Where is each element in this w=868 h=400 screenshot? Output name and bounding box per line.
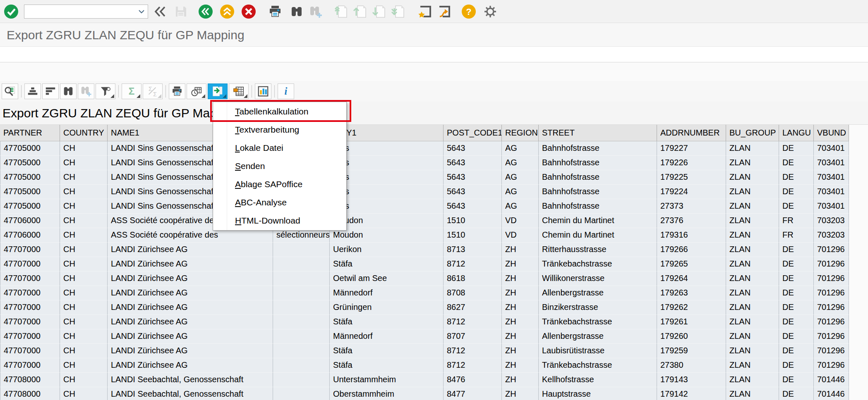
cell-addrnumber[interactable]: 27373 bbox=[657, 199, 726, 214]
cell-name1[interactable]: LANDI Zürichsee AG bbox=[108, 344, 273, 358]
column-header[interactable]: COUNTRY bbox=[60, 125, 108, 141]
column-header[interactable]: BU_GROUP bbox=[726, 125, 779, 141]
new-session-button[interactable] bbox=[417, 4, 433, 19]
create-shortcut-button[interactable] bbox=[436, 4, 452, 19]
cell-city1[interactable]: Stäfa bbox=[330, 344, 444, 358]
cell-region[interactable]: ZH bbox=[502, 300, 539, 315]
column-header[interactable]: CITY1 bbox=[330, 125, 444, 141]
cell-addrnumber[interactable]: 179263 bbox=[657, 286, 726, 300]
cell-city1[interactable]: Moudon bbox=[330, 228, 444, 243]
cell-langu[interactable]: FR bbox=[779, 228, 814, 243]
cell-langu[interactable]: DE bbox=[779, 141, 814, 156]
menu-item[interactable]: Senden bbox=[213, 157, 346, 175]
cell-addrnumber[interactable]: 179262 bbox=[657, 300, 726, 315]
menu-item[interactable]: Textverarbeitung bbox=[213, 121, 346, 139]
cell-post-code1[interactable]: 8477 bbox=[444, 387, 502, 400]
menu-item[interactable]: ABC-Analyse bbox=[213, 193, 346, 212]
cell-vbund[interactable]: 703401 bbox=[814, 199, 849, 214]
cell-post-code1[interactable]: 8618 bbox=[444, 271, 502, 286]
cell-name2[interactable] bbox=[273, 344, 330, 358]
cell-bu-group[interactable]: ZLAN bbox=[726, 214, 779, 228]
cell-partner[interactable]: 47707000 bbox=[0, 300, 60, 315]
cell-street[interactable]: Willikonerstrasse bbox=[539, 271, 657, 286]
cell-country[interactable]: CH bbox=[60, 387, 108, 400]
cell-street[interactable]: Bahnhofstrasse bbox=[539, 185, 657, 199]
cell-langu[interactable]: DE bbox=[779, 358, 814, 373]
cell-name2[interactable] bbox=[273, 243, 330, 257]
cell-bu-group[interactable]: ZLAN bbox=[726, 329, 779, 344]
cell-addrnumber[interactable]: 179259 bbox=[657, 344, 726, 358]
cell-vbund[interactable]: 701446 bbox=[814, 387, 849, 400]
details-button[interactable] bbox=[2, 83, 18, 99]
total-button[interactable]: Σ bbox=[122, 83, 141, 99]
cell-partner[interactable]: 47705000 bbox=[0, 199, 60, 214]
cell-country[interactable]: CH bbox=[60, 271, 108, 286]
cell-bu-group[interactable]: ZLAN bbox=[726, 300, 779, 315]
find-next-button-alv[interactable] bbox=[78, 83, 94, 99]
cell-addrnumber[interactable]: 179260 bbox=[657, 329, 726, 344]
cell-region[interactable]: ZH bbox=[502, 329, 539, 344]
cell-bu-group[interactable]: ZLAN bbox=[726, 387, 779, 400]
cell-street[interactable]: Tränkebachstrasse bbox=[539, 257, 657, 271]
column-header[interactable]: PARTNER bbox=[0, 125, 60, 141]
cell-langu[interactable]: DE bbox=[779, 156, 814, 170]
cell-street[interactable]: Hauptstrasse bbox=[539, 387, 657, 400]
cell-street[interactable]: Ritterhausstrasse bbox=[539, 243, 657, 257]
next-page-button[interactable] bbox=[372, 4, 387, 19]
cell-post-code1[interactable]: 8713 bbox=[444, 243, 502, 257]
cell-name2[interactable] bbox=[273, 271, 330, 286]
cell-region[interactable]: AG bbox=[502, 156, 539, 170]
cell-post-code1[interactable]: 8627 bbox=[444, 300, 502, 315]
cell-langu[interactable]: FR bbox=[779, 214, 814, 228]
cell-langu[interactable]: DE bbox=[779, 315, 814, 329]
cell-name2[interactable] bbox=[273, 300, 330, 315]
toggle-command-field-button[interactable] bbox=[152, 4, 168, 19]
cell-partner[interactable]: 47707000 bbox=[0, 271, 60, 286]
cell-vbund[interactable]: 703401 bbox=[814, 141, 849, 156]
cell-region[interactable]: ZH bbox=[502, 387, 539, 400]
column-header[interactable]: POST_CODE1 bbox=[444, 125, 502, 141]
cell-region[interactable]: ZH bbox=[502, 271, 539, 286]
cell-city1[interactable]: Stäfa bbox=[330, 257, 444, 271]
cell-street[interactable]: Bahnhofstrasse bbox=[539, 141, 657, 156]
cell-bu-group[interactable]: ZLAN bbox=[726, 141, 779, 156]
command-input[interactable] bbox=[24, 5, 137, 18]
cell-bu-group[interactable]: ZLAN bbox=[726, 257, 779, 271]
cell-street[interactable]: Bahnhofstrasse bbox=[539, 170, 657, 185]
cell-bu-group[interactable]: ZLAN bbox=[726, 373, 779, 387]
cell-bu-group[interactable]: ZLAN bbox=[726, 170, 779, 185]
cell-name1[interactable]: LANDI Zürichsee AG bbox=[108, 300, 273, 315]
help-button[interactable]: ? bbox=[461, 4, 477, 19]
cell-addrnumber[interactable]: 27376 bbox=[657, 214, 726, 228]
cell-region[interactable]: ZH bbox=[502, 358, 539, 373]
cell-partner[interactable]: 47705000 bbox=[0, 170, 60, 185]
cell-region[interactable]: ZH bbox=[502, 315, 539, 329]
cell-post-code1[interactable]: 1510 bbox=[444, 214, 502, 228]
cell-vbund[interactable]: 701296 bbox=[814, 286, 849, 300]
cell-region[interactable]: ZH bbox=[502, 344, 539, 358]
cell-street[interactable]: Kellhofstrasse bbox=[539, 373, 657, 387]
cell-langu[interactable]: DE bbox=[779, 243, 814, 257]
cell-name1[interactable]: LANDI Zürichsee AG bbox=[108, 358, 273, 373]
cell-street[interactable]: Chemin du Martinet bbox=[539, 214, 657, 228]
cell-bu-group[interactable]: ZLAN bbox=[726, 185, 779, 199]
cell-post-code1[interactable]: 8712 bbox=[444, 358, 502, 373]
cell-partner[interactable]: 47707000 bbox=[0, 315, 60, 329]
print-button[interactable] bbox=[267, 4, 283, 19]
cell-city1[interactable]: Sins bbox=[330, 199, 444, 214]
cell-vbund[interactable]: 701296 bbox=[814, 329, 849, 344]
cell-addrnumber[interactable]: 179227 bbox=[657, 141, 726, 156]
back-button[interactable] bbox=[198, 4, 213, 19]
cell-street[interactable]: Chemin du Martinet bbox=[539, 228, 657, 243]
cell-post-code1[interactable]: 8712 bbox=[444, 344, 502, 358]
column-header[interactable]: ADDRNUMBER bbox=[657, 125, 726, 141]
cell-partner[interactable]: 47707000 bbox=[0, 358, 60, 373]
cell-partner[interactable]: 47707000 bbox=[0, 329, 60, 344]
cell-vbund[interactable]: 703203 bbox=[814, 228, 849, 243]
cell-region[interactable]: ZH bbox=[502, 286, 539, 300]
cell-addrnumber[interactable]: 179266 bbox=[657, 243, 726, 257]
cell-name1[interactable]: LANDI Zürichsee AG bbox=[108, 271, 273, 286]
cell-langu[interactable]: DE bbox=[779, 300, 814, 315]
cell-region[interactable]: ZH bbox=[502, 257, 539, 271]
cell-country[interactable]: CH bbox=[60, 170, 108, 185]
